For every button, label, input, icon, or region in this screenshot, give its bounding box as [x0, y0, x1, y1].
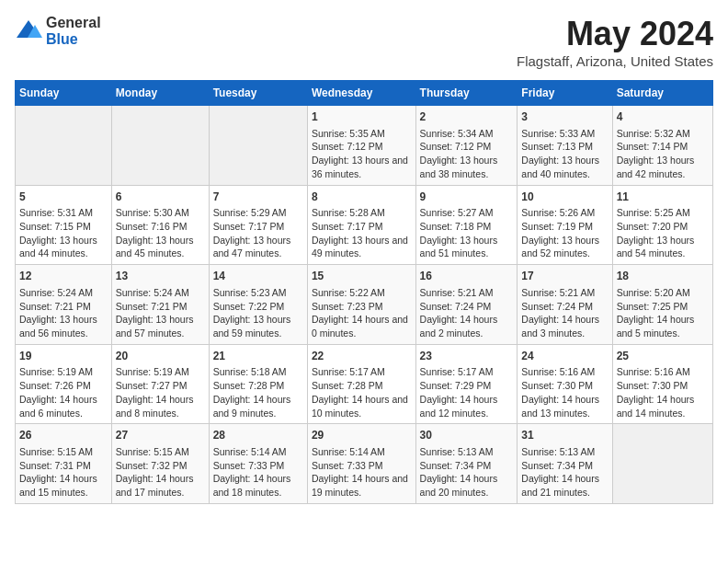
sunset-text: Sunset: 7:29 PM: [420, 380, 492, 391]
sunrise-text: Sunrise: 5:16 AM: [617, 366, 690, 377]
calendar-cell: [16, 106, 112, 186]
daylight-text: Daylight: 13 hours and 45 minutes.: [116, 235, 194, 259]
daylight-text: Daylight: 14 hours and 10 minutes.: [312, 394, 408, 419]
daylight-text: Daylight: 14 hours and 12 minutes.: [420, 394, 498, 419]
sunset-text: Sunset: 7:22 PM: [213, 301, 285, 312]
day-number: 1: [312, 109, 412, 125]
calendar-cell: 2 Sunrise: 5:34 AM Sunset: 7:12 PM Dayli…: [415, 106, 518, 186]
sunrise-text: Sunrise: 5:27 AM: [420, 207, 494, 218]
sunset-text: Sunset: 7:24 PM: [420, 301, 492, 312]
sunrise-text: Sunrise: 5:21 AM: [521, 287, 595, 298]
calendar-cell: 28 Sunrise: 5:14 AM Sunset: 7:33 PM Dayl…: [209, 424, 307, 504]
sunset-text: Sunset: 7:18 PM: [420, 221, 492, 232]
calendar-cell: 21 Sunrise: 5:18 AM Sunset: 7:28 PM Dayl…: [209, 344, 307, 424]
day-number: 11: [617, 190, 709, 205]
calendar-week-2: 12 Sunrise: 5:24 AM Sunset: 7:21 PM Dayl…: [16, 265, 713, 345]
header-row: Sunday Monday Tuesday Wednesday Thursday…: [16, 81, 713, 106]
sunset-text: Sunset: 7:17 PM: [213, 221, 285, 232]
daylight-text: Daylight: 13 hours and 36 minutes.: [312, 155, 408, 179]
daylight-text: Daylight: 13 hours and 47 minutes.: [213, 235, 291, 259]
sunrise-text: Sunrise: 5:23 AM: [213, 287, 287, 298]
title-block: May 2024 Flagstaff, Arizona, United Stat…: [517, 15, 713, 69]
sunrise-text: Sunrise: 5:13 AM: [521, 446, 595, 457]
sunset-text: Sunset: 7:28 PM: [312, 380, 383, 391]
calendar-cell: 11 Sunrise: 5:25 AM Sunset: 7:20 PM Dayl…: [612, 185, 712, 265]
sunrise-text: Sunrise: 5:31 AM: [19, 207, 93, 218]
sunrise-text: Sunrise: 5:17 AM: [420, 366, 494, 377]
calendar-cell: 20 Sunrise: 5:19 AM Sunset: 7:27 PM Dayl…: [111, 344, 209, 424]
daylight-text: Daylight: 14 hours and 5 minutes.: [617, 314, 695, 339]
sunrise-text: Sunrise: 5:15 AM: [19, 446, 93, 457]
calendar-cell: 1 Sunrise: 5:35 AM Sunset: 7:12 PM Dayli…: [307, 106, 415, 186]
calendar-cell: 27 Sunrise: 5:15 AM Sunset: 7:32 PM Dayl…: [111, 424, 209, 504]
sunrise-text: Sunrise: 5:21 AM: [420, 287, 494, 298]
calendar-cell: 5 Sunrise: 5:31 AM Sunset: 7:15 PM Dayli…: [16, 185, 112, 265]
calendar-week-0: 1 Sunrise: 5:35 AM Sunset: 7:12 PM Dayli…: [16, 106, 713, 186]
day-number: 15: [312, 269, 412, 284]
day-number: 8: [312, 190, 412, 205]
calendar-cell: 26 Sunrise: 5:15 AM Sunset: 7:31 PM Dayl…: [16, 424, 112, 504]
daylight-text: Daylight: 13 hours and 38 minutes.: [420, 155, 498, 179]
day-number: 27: [116, 428, 205, 443]
sunset-text: Sunset: 7:12 PM: [420, 141, 492, 152]
daylight-text: Daylight: 13 hours and 52 minutes.: [521, 235, 599, 259]
sunrise-text: Sunrise: 5:18 AM: [213, 366, 287, 377]
calendar-cell: 13 Sunrise: 5:24 AM Sunset: 7:21 PM Dayl…: [111, 265, 209, 345]
header-friday: Friday: [518, 81, 612, 106]
daylight-text: Daylight: 14 hours and 9 minutes.: [213, 394, 291, 419]
daylight-text: Daylight: 14 hours and 21 minutes.: [521, 473, 599, 498]
calendar-cell: 30 Sunrise: 5:13 AM Sunset: 7:34 PM Dayl…: [415, 424, 518, 504]
daylight-text: Daylight: 14 hours and 6 minutes.: [19, 394, 97, 419]
sunrise-text: Sunrise: 5:26 AM: [521, 207, 595, 218]
daylight-text: Daylight: 14 hours and 19 minutes.: [312, 473, 408, 498]
calendar-cell: 10 Sunrise: 5:26 AM Sunset: 7:19 PM Dayl…: [518, 185, 612, 265]
calendar-cell: 8 Sunrise: 5:28 AM Sunset: 7:17 PM Dayli…: [307, 185, 415, 265]
header-tuesday: Tuesday: [209, 81, 307, 106]
sunrise-text: Sunrise: 5:20 AM: [617, 287, 690, 298]
sunrise-text: Sunrise: 5:17 AM: [312, 366, 385, 377]
sunrise-text: Sunrise: 5:28 AM: [312, 207, 385, 218]
daylight-text: Daylight: 14 hours and 20 minutes.: [420, 473, 498, 498]
calendar-body: 1 Sunrise: 5:35 AM Sunset: 7:12 PM Dayli…: [16, 106, 713, 504]
calendar-cell: [111, 106, 209, 186]
daylight-text: Daylight: 14 hours and 13 minutes.: [521, 394, 599, 419]
sunset-text: Sunset: 7:19 PM: [521, 221, 593, 232]
calendar-cell: 9 Sunrise: 5:27 AM Sunset: 7:18 PM Dayli…: [415, 185, 518, 265]
header-wednesday: Wednesday: [307, 81, 415, 106]
sunrise-text: Sunrise: 5:35 AM: [312, 128, 385, 139]
calendar-cell: 18 Sunrise: 5:20 AM Sunset: 7:25 PM Dayl…: [612, 265, 712, 345]
sunset-text: Sunset: 7:34 PM: [521, 460, 593, 471]
calendar-header: Sunday Monday Tuesday Wednesday Thursday…: [16, 81, 713, 106]
sunset-text: Sunset: 7:23 PM: [312, 301, 383, 312]
sunrise-text: Sunrise: 5:14 AM: [312, 446, 385, 457]
daylight-text: Daylight: 14 hours and 17 minutes.: [116, 473, 194, 498]
logo-icon: [15, 17, 42, 45]
sunrise-text: Sunrise: 5:14 AM: [213, 446, 287, 457]
header-monday: Monday: [111, 81, 209, 106]
sunset-text: Sunset: 7:12 PM: [312, 141, 383, 152]
daylight-text: Daylight: 13 hours and 42 minutes.: [617, 155, 695, 179]
day-number: 30: [420, 428, 514, 443]
daylight-text: Daylight: 13 hours and 54 minutes.: [617, 235, 695, 259]
sunset-text: Sunset: 7:17 PM: [312, 221, 383, 232]
day-number: 9: [420, 190, 514, 205]
main-title: May 2024: [517, 15, 713, 53]
sunrise-text: Sunrise: 5:30 AM: [116, 207, 189, 218]
daylight-text: Daylight: 14 hours and 2 minutes.: [420, 314, 498, 339]
page-header: General Blue May 2024 Flagstaff, Arizona…: [15, 15, 713, 69]
day-number: 18: [617, 269, 709, 284]
daylight-text: Daylight: 14 hours and 0 minutes.: [312, 314, 408, 339]
daylight-text: Daylight: 13 hours and 57 minutes.: [116, 314, 194, 339]
sunset-text: Sunset: 7:21 PM: [19, 301, 91, 312]
calendar-week-4: 26 Sunrise: 5:15 AM Sunset: 7:31 PM Dayl…: [16, 424, 713, 504]
header-sunday: Sunday: [16, 81, 112, 106]
sunset-text: Sunset: 7:25 PM: [617, 301, 688, 312]
day-number: 26: [19, 428, 108, 443]
day-number: 20: [116, 349, 205, 364]
sunset-text: Sunset: 7:33 PM: [312, 460, 383, 471]
daylight-text: Daylight: 14 hours and 18 minutes.: [213, 473, 291, 498]
calendar-cell: 31 Sunrise: 5:13 AM Sunset: 7:34 PM Dayl…: [518, 424, 612, 504]
subtitle: Flagstaff, Arizona, United States: [517, 53, 713, 69]
sunset-text: Sunset: 7:31 PM: [19, 460, 91, 471]
daylight-text: Daylight: 13 hours and 56 minutes.: [19, 314, 97, 339]
